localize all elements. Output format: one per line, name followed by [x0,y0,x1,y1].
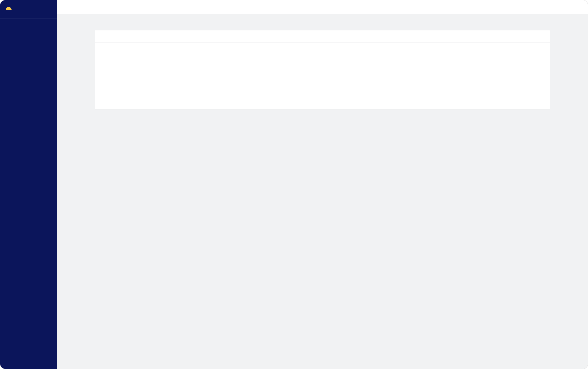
table-header [169,49,543,56]
col-ytd [506,49,543,53]
donut-chart [102,49,158,103]
sidebar [0,0,57,369]
content [57,14,588,120]
contributions-table [169,49,543,56]
brand-logo-icon [6,6,12,10]
donut-center-labels [102,49,158,103]
sidebar-divider [0,19,57,19]
main [57,0,588,369]
page-header [57,0,588,14]
divider [95,42,550,42]
sidebar-top-section [0,11,57,15]
contributions-panel [95,30,550,109]
